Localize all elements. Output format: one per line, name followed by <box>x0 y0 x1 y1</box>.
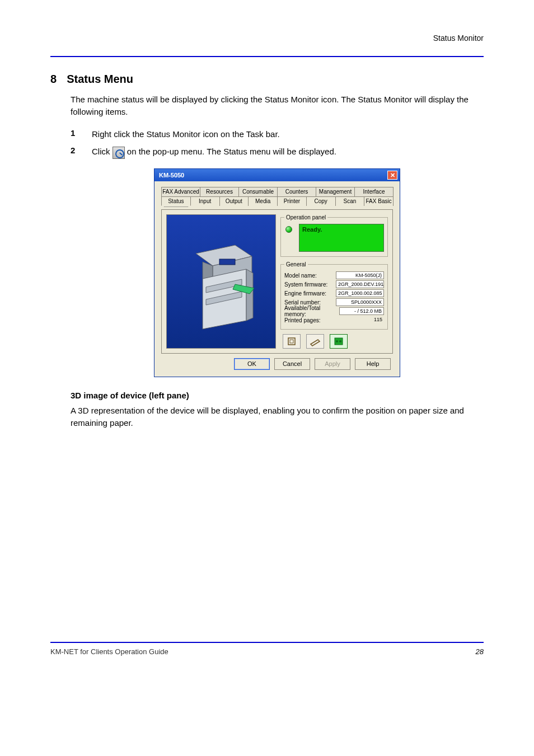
tab-printer[interactable]: Printer <box>277 196 307 206</box>
footer-doc-title: KM-NET for Clients Operation Guide <box>50 647 168 656</box>
step-2-number: 2 <box>71 145 82 155</box>
general-legend: General <box>284 261 308 267</box>
ok-button[interactable]: OK <box>234 358 270 370</box>
svg-point-13 <box>336 340 338 342</box>
general-group: General Model name:KM-5050(J) System fir… <box>280 261 388 330</box>
step-1-number: 1 <box>71 128 82 138</box>
header-label: Status Monitor <box>433 34 484 43</box>
footer-rule <box>50 642 484 643</box>
section-intro: The machine status will be displayed by … <box>71 93 484 118</box>
tabs-row-front: Status Input Output Media Printer Copy S… <box>161 196 393 206</box>
tab-fax-advanced[interactable]: FAX Advanced <box>161 187 200 196</box>
tab-consumable[interactable]: Consumable <box>238 187 278 196</box>
device-heading: 3D image of device (left pane) <box>71 391 484 400</box>
step-1-text: Right click the Status Monitor icon on t… <box>92 128 280 140</box>
view-3d-icon[interactable] <box>330 334 348 349</box>
status-dialog: KM-5050 ✕ FAX Advanced Resources Consuma… <box>154 168 400 377</box>
gen-label-pages: Printed pages: <box>284 317 336 323</box>
tab-management[interactable]: Management <box>316 187 355 196</box>
view-front-icon[interactable] <box>283 334 301 349</box>
wrench-icon <box>113 147 125 159</box>
tab-fax-basic[interactable]: FAX Basic <box>364 196 394 206</box>
tab-copy[interactable]: Copy <box>306 196 336 206</box>
close-icon: ✕ <box>390 172 395 179</box>
step-2-text: Click on the pop-up menu. The Status men… <box>92 145 336 158</box>
apply-button[interactable]: Apply <box>315 358 350 370</box>
tab-scan[interactable]: Scan <box>335 196 365 206</box>
step-2-after: on the pop-up menu. The Status menu will… <box>127 147 336 156</box>
gen-val-sysfw: 2GR_2000.DEV.191 <box>336 280 384 288</box>
view-side-icon[interactable] <box>306 334 324 349</box>
gen-label-serial: Serial number: <box>284 299 336 306</box>
gen-label-engfw: Engine firmware: <box>284 290 336 297</box>
status-led-icon <box>285 226 292 233</box>
gen-val-serial: SPL0000XXX <box>336 298 384 306</box>
gen-label-model: Model name: <box>284 273 336 279</box>
gen-val-pages: 115 <box>336 316 384 324</box>
tab-panel-status: Operation panel Ready. General Model nam… <box>161 209 393 354</box>
svg-point-14 <box>339 340 341 342</box>
svg-rect-9 <box>288 338 295 345</box>
printer-device-icon <box>179 231 263 332</box>
gen-label-memory: Available/Total memory: <box>284 305 339 317</box>
lcd-display: Ready. <box>299 224 384 252</box>
view-mode-icons <box>280 334 388 349</box>
device-body: A 3D representation of the device will b… <box>71 405 484 429</box>
tab-output[interactable]: Output <box>219 196 249 206</box>
tab-status[interactable]: Status <box>161 196 191 206</box>
svg-rect-10 <box>290 340 293 343</box>
operation-panel-legend: Operation panel <box>284 214 327 220</box>
step-2-before: Click <box>92 147 113 156</box>
dialog-title: KM-5050 <box>159 172 184 179</box>
gen-val-memory: - / 512.0 MB <box>339 307 384 315</box>
footer-page-number: 28 <box>476 647 484 656</box>
help-button[interactable]: Help <box>355 358 391 370</box>
operation-panel-group: Operation panel Ready. <box>280 214 388 257</box>
section-title: Status Menu <box>67 73 133 86</box>
tab-input[interactable]: Input <box>190 196 220 206</box>
cancel-button[interactable]: Cancel <box>274 358 310 370</box>
tab-counters[interactable]: Counters <box>277 187 316 196</box>
close-button[interactable]: ✕ <box>387 171 397 180</box>
gen-label-sysfw: System firmware: <box>284 281 336 288</box>
svg-marker-11 <box>311 340 320 346</box>
section-number: 8 <box>50 73 57 86</box>
device-3d-view <box>166 214 276 349</box>
tab-resources[interactable]: Resources <box>200 187 239 196</box>
gen-val-engfw: 2GR_1000.002.085 <box>336 289 384 297</box>
tab-interface[interactable]: Interface <box>354 187 394 196</box>
svg-rect-3 <box>219 259 235 265</box>
tab-media[interactable]: Media <box>248 196 278 206</box>
gen-val-model: KM-5050(J) <box>336 271 384 279</box>
svg-marker-5 <box>246 269 253 321</box>
tabs-row-back: FAX Advanced Resources Consumable Counte… <box>161 187 393 196</box>
